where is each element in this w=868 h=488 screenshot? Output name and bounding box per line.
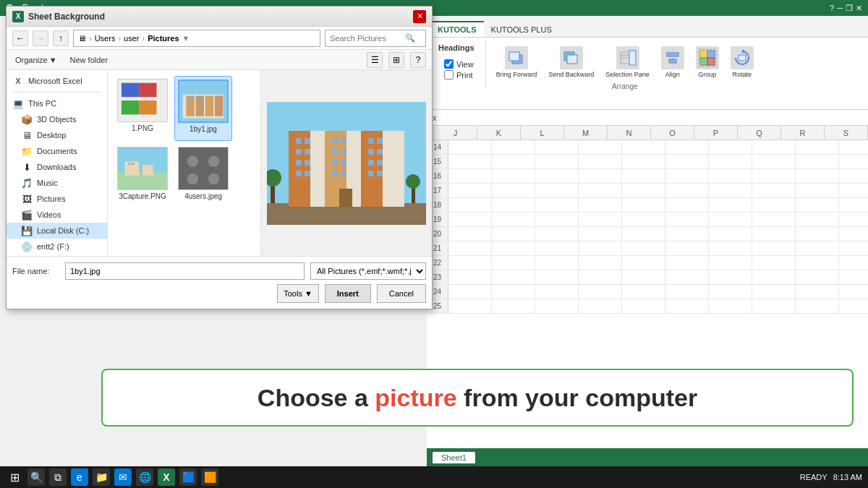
- mail-icon[interactable]: ✉: [114, 468, 132, 486]
- sidebar-item-entt2[interactable]: 💿 entt2 (F:): [7, 239, 107, 254]
- dialog-close-button[interactable]: ✕: [413, 10, 426, 23]
- breadcrumb-pictures[interactable]: Pictures: [148, 34, 179, 43]
- file-item-4users[interactable]: 4users.jpeg: [174, 144, 232, 209]
- cell-s14[interactable]: [839, 140, 868, 154]
- organize-button[interactable]: Organize ▼: [12, 54, 60, 66]
- search-input[interactable]: [330, 34, 402, 43]
- tab-kutools-plus[interactable]: KUTOOLS PLUS: [484, 22, 559, 37]
- file-name-3capture: 3Capture.PNG: [119, 192, 166, 200]
- view-list-button[interactable]: ☰: [367, 52, 383, 68]
- sidebar-item-downloads[interactable]: ⬇ Downloads: [7, 159, 107, 175]
- up-button[interactable]: ↑: [53, 30, 69, 46]
- sidebar-divider-1: [12, 92, 101, 93]
- breadcrumb-users[interactable]: Users: [95, 34, 116, 43]
- view-grid-button[interactable]: ⊞: [388, 52, 404, 68]
- help-icon[interactable]: ?: [830, 4, 834, 13]
- file-item-1png[interactable]: 1.PNG: [114, 76, 171, 141]
- svg-rect-57: [296, 149, 302, 155]
- cell-q14[interactable]: [752, 140, 796, 154]
- windows-icon[interactable]: ⊞: [6, 468, 23, 486]
- sidebar-entt2-label: entt2 (F:): [37, 242, 69, 251]
- breadcrumb-user[interactable]: user: [124, 34, 139, 43]
- arrange-group-label: Arrange: [492, 82, 758, 90]
- restore-icon[interactable]: ❐: [846, 4, 853, 13]
- sidebar-pictures-label: Pictures: [37, 194, 66, 203]
- forward-button[interactable]: →: [33, 30, 48, 46]
- group-button[interactable]: Group: [692, 43, 723, 81]
- view-checkbox[interactable]: [444, 59, 454, 69]
- rotate-button[interactable]: Rotate: [726, 43, 758, 81]
- svg-rect-54: [341, 138, 346, 144]
- tools-button[interactable]: Tools ▼: [277, 284, 319, 303]
- explorer-icon[interactable]: 📁: [93, 468, 110, 486]
- new-folder-button[interactable]: New folder: [66, 54, 113, 66]
- cell-p14[interactable]: [709, 140, 752, 154]
- cancel-button[interactable]: Cancel: [377, 284, 426, 303]
- cell-k14[interactable]: [492, 140, 535, 154]
- cell-o14[interactable]: [665, 140, 709, 154]
- svg-rect-67: [368, 160, 374, 166]
- ribbon-arrange-group: Bring Forward Send Backward Selection Pa…: [486, 40, 764, 93]
- file-item-1by1[interactable]: 1by1.jpg: [174, 76, 232, 141]
- align-button[interactable]: Align: [657, 43, 689, 81]
- excel-taskbar-icon[interactable]: X: [158, 468, 175, 486]
- cell-l14[interactable]: [535, 140, 579, 154]
- edge-icon[interactable]: e: [71, 468, 88, 486]
- tab-kutools[interactable]: KUTOOLS: [430, 21, 484, 37]
- breadcrumb-dropdown[interactable]: ▼: [182, 34, 190, 43]
- file-item-3capture[interactable]: 3Capture.PNG: [114, 144, 171, 209]
- insert-button[interactable]: Insert: [325, 284, 371, 303]
- preview-pane: [261, 70, 432, 256]
- print-checkbox[interactable]: [444, 70, 454, 80]
- cell-m14[interactable]: [579, 140, 622, 154]
- svg-point-42: [208, 156, 220, 168]
- cell-n14[interactable]: [622, 140, 665, 154]
- send-backward-button[interactable]: Send Backward: [544, 43, 598, 81]
- sheet-tab-sheet1[interactable]: Sheet1: [433, 452, 475, 463]
- task-view-icon[interactable]: ⧉: [49, 468, 67, 486]
- sidebar-item-documents[interactable]: 📁 Documents: [7, 143, 107, 159]
- sidebar-item-thispc[interactable]: 💻 This PC: [7, 95, 107, 111]
- selection-pane-button[interactable]: Selection Pane: [601, 43, 654, 81]
- app2-icon[interactable]: 🟧: [201, 468, 218, 486]
- cell-r14[interactable]: [796, 140, 839, 154]
- sidebar-item-desktop[interactable]: 🖥 Desktop: [7, 127, 107, 143]
- help-dialog-button[interactable]: ?: [410, 52, 426, 68]
- sidebar-localdisk-label: Local Disk (C:): [37, 226, 89, 235]
- filetype-select[interactable]: All Pictures (*.emf;*.wmf;*.jpg;*: [310, 262, 426, 280]
- dialog-body: X Microsoft Excel 💻 This PC 📦 3D Objects…: [7, 70, 432, 256]
- cell-j14[interactable]: [448, 140, 492, 154]
- col-header-o: O: [651, 126, 694, 140]
- sidebar-thispc-label: This PC: [28, 99, 56, 108]
- app1-icon[interactable]: 🟦: [179, 468, 197, 486]
- svg-point-79: [406, 174, 420, 189]
- documents-icon: 📁: [21, 145, 33, 157]
- sidebar-item-excel[interactable]: X Microsoft Excel: [7, 73, 107, 89]
- svg-rect-39: [132, 163, 134, 165]
- taskbar-time: 8:13 AM: [833, 473, 862, 481]
- back-button[interactable]: ←: [12, 30, 28, 46]
- bring-forward-button[interactable]: Bring Forward: [492, 43, 542, 81]
- svg-rect-68: [377, 160, 383, 166]
- sidebar-item-music[interactable]: 🎵 Music: [7, 175, 107, 191]
- ribbon-headings-group: Headings View Print: [433, 40, 486, 87]
- dialog-filelist: 1.PNG: [108, 70, 432, 256]
- svg-rect-40: [179, 147, 228, 189]
- send-backward-label: Send Backward: [548, 71, 594, 78]
- minimize-icon[interactable]: ─: [837, 4, 843, 13]
- sidebar-item-pictures[interactable]: 🖼 Pictures: [7, 191, 107, 207]
- chrome-icon[interactable]: 🌐: [136, 468, 153, 486]
- bring-forward-label: Bring Forward: [496, 71, 537, 78]
- dialog-title-area: X Sheet Background: [12, 11, 105, 22]
- dialog-toolbar: Organize ▼ New folder ☰ ⊞ ?: [7, 50, 432, 70]
- filename-input[interactable]: [65, 262, 305, 280]
- search-taskbar-icon[interactable]: 🔍: [27, 468, 45, 486]
- sidebar-item-videos[interactable]: 🎬 Videos: [7, 207, 107, 223]
- grid-row-24: 24: [427, 285, 868, 299]
- desktop-icon: 🖥: [21, 129, 33, 141]
- sidebar-item-localdisk[interactable]: 💾 Local Disk (C:): [7, 223, 107, 239]
- svg-rect-66: [341, 160, 346, 166]
- close-icon[interactable]: ✕: [856, 4, 862, 13]
- svg-rect-36: [125, 161, 139, 175]
- sidebar-item-3dobjects[interactable]: 📦 3D Objects: [7, 111, 107, 127]
